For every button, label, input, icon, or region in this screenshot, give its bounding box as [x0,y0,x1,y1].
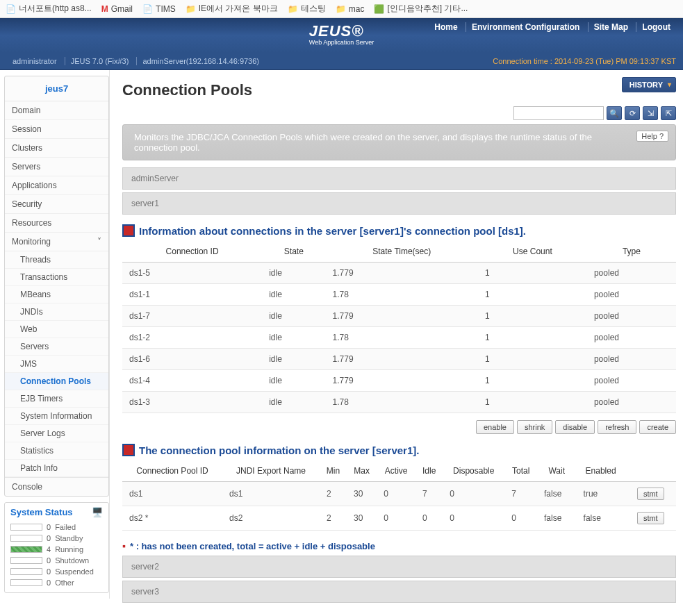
col-total[interactable]: Total [504,460,537,482]
top-nav: Home Environment Configuration Site Map … [429,22,676,32]
sidebar-item-server-logs[interactable]: Server Logs [5,425,108,442]
table-row[interactable]: ds1ds12300707falsetruestmt [122,482,676,506]
col-min[interactable]: Min [320,460,347,482]
sidebar-item-domain[interactable]: Domain [5,101,108,120]
export-icon[interactable]: ⇱ [661,106,676,120]
sidebar-item-console[interactable]: Console [5,477,108,496]
sidebar-item-connection-pools[interactable]: Connection Pools [5,373,108,390]
server-row-server2[interactable]: server2 [122,556,676,578]
bookmark-item[interactable]: 📁IE에서 가져온 북마크 [186,3,278,15]
sidebar-item-transactions[interactable]: Transactions [5,269,108,286]
col-state-time[interactable]: State Time(sec) [326,241,478,263]
cell-type: pooled [587,370,676,392]
shrink-button[interactable]: shrink [517,420,552,434]
bookmark-item[interactable]: 📁mac [336,4,365,14]
cell-enabled: false [577,506,625,531]
nav-sitemap[interactable]: Site Map [588,22,634,32]
status-bar [10,568,42,575]
sidebar-item-applications[interactable]: Applications [5,176,108,195]
cell-state: idle [262,349,325,370]
bookmark-item[interactable]: 📄너서포트(http as8... [6,3,92,15]
sidebar-item-patch-info[interactable]: Patch Info [5,460,108,477]
create-button[interactable]: create [639,420,676,434]
sidebar-item-clusters[interactable]: Clusters [5,139,108,158]
sidebar-item-system-info[interactable]: System Information [5,408,108,425]
bookmark-item[interactable]: 📄TIMS [142,4,176,14]
disable-button[interactable]: disable [555,420,595,434]
cell-disp: 0 [443,506,504,531]
refresh-icon[interactable]: ⟳ [625,106,640,120]
sidebar-item-web[interactable]: Web [5,321,108,338]
monitor-icon[interactable]: 🖥️ [92,507,103,517]
col-state[interactable]: State [262,241,325,263]
status-bar [10,579,42,586]
col-type[interactable]: Type [587,241,676,263]
col-jndi[interactable]: JNDI Export Name [222,460,320,482]
server-row-admin[interactable]: adminServer [122,167,676,190]
cell-min: 2 [320,482,347,506]
refresh-button[interactable]: refresh [598,420,636,434]
status-bar [10,546,42,553]
server-row-server1[interactable]: server1 [122,192,676,215]
sidebar-item-jndis[interactable]: JNDIs [5,303,108,321]
blog-icon: 🟩 [374,4,384,14]
table-row[interactable]: ds2 *ds22300000falsefalsestmt [122,506,676,531]
col-connection-id[interactable]: Connection ID [122,241,262,263]
sidebar-item-statistics[interactable]: Statistics [5,442,108,460]
col-disposable[interactable]: Disposable [443,460,504,482]
search-icon[interactable]: 🔍 [607,106,622,120]
col-pool-id[interactable]: Connection Pool ID [122,460,222,482]
cell-cid: ds1-2 [122,327,262,349]
col-max[interactable]: Max [347,460,377,482]
col-active[interactable]: Active [377,460,415,482]
sidebar-item-threads[interactable]: Threads [5,251,108,269]
sidebar-item-servers[interactable]: Servers [5,158,108,176]
bookmark-item[interactable]: 📁테스팅 [288,3,326,15]
sidebar-item-ejb-timers[interactable]: EJB Timers [5,390,108,408]
sidebar-title[interactable]: jeus7 [5,76,108,101]
cell-cid: ds1-7 [122,306,262,327]
sidebar-item-servers-mon[interactable]: Servers [5,338,108,356]
cell-stime: 1.779 [326,263,478,284]
cell-type: pooled [587,327,676,349]
col-use-count[interactable]: Use Count [478,241,587,263]
footnote: * : has not been created, total = active… [122,540,676,551]
history-button[interactable]: HISTORY [622,77,676,92]
search-input[interactable] [513,106,604,120]
sidebar-item-resources[interactable]: Resources [5,214,108,233]
table-row[interactable]: ds1-2idle1.781pooled [122,327,676,349]
status-bar [10,524,42,531]
nav-logout[interactable]: Logout [636,22,676,32]
export-xml-icon[interactable]: ⇲ [643,106,658,120]
col-idle[interactable]: Idle [415,460,443,482]
table-row[interactable]: ds1-6idle1.7791pooled [122,349,676,370]
help-button[interactable]: Help ? [636,131,668,142]
connection-time: Connection time : 2014-09-23 (Tue) PM 09… [493,57,676,65]
col-enabled[interactable]: Enabled [577,460,625,482]
table-row[interactable]: ds1-3idle1.781pooled [122,392,676,413]
stmt-button[interactable]: stmt [637,512,664,524]
sidebar-item-security[interactable]: Security [5,195,108,214]
table-row[interactable]: ds1-5idle1.7791pooled [122,263,676,284]
server-row-server3[interactable]: server3 [122,581,676,603]
sidebar-item-jms[interactable]: JMS [5,356,108,373]
cell-total: 0 [504,506,537,531]
stmt-button[interactable]: stmt [637,488,664,500]
bookmark-item[interactable]: MGmail [101,4,133,14]
sidebar-item-mbeans[interactable]: MBeans [5,286,108,303]
server-label: adminServer(192.168.14.46:9736) [136,57,265,65]
table-row[interactable]: ds1-1idle1.781pooled [122,284,676,306]
bookmark-item[interactable]: 🟩[인디음악추천] 기타... [374,3,468,15]
user-label: administrator [7,57,63,65]
app-header: JEUS® Web Application Server Home Enviro… [0,18,683,53]
col-wait[interactable]: Wait [537,460,577,482]
table-row[interactable]: ds1-4idle1.7791pooled [122,370,676,392]
cell-uc: 1 [478,306,587,327]
sidebar-item-session[interactable]: Session [5,120,108,139]
table-row[interactable]: ds1-7idle1.7791pooled [122,306,676,327]
sidebar-item-monitoring[interactable]: Monitoring˅ [5,233,108,251]
cell-wait: false [537,506,577,531]
nav-home[interactable]: Home [429,22,463,32]
enable-button[interactable]: enable [476,420,514,434]
nav-env-config[interactable]: Environment Configuration [466,22,585,32]
